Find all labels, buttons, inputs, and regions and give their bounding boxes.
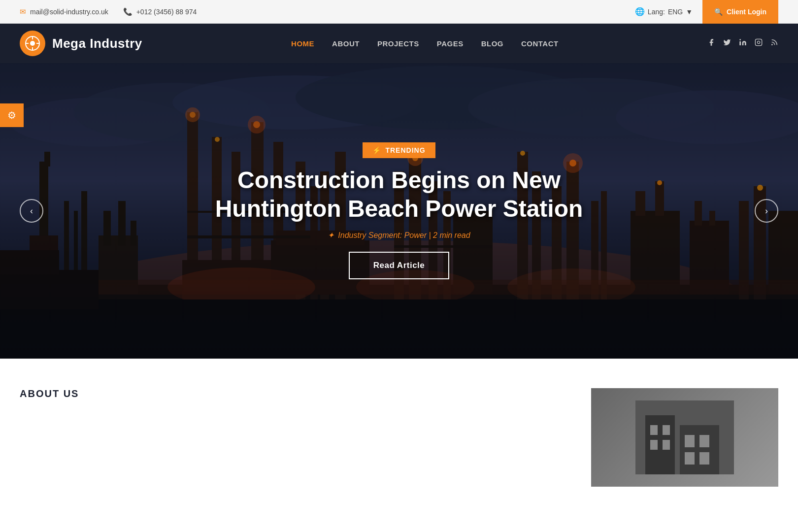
logo: Mega Industry xyxy=(20,31,142,56)
svg-rect-89 xyxy=(663,440,670,450)
top-bar-right: 🌐 Lang: ENG ▼ 🔍 Client Login xyxy=(635,0,778,24)
client-login-label: Client Login xyxy=(727,8,766,16)
phone-info: 📞 +012 (3456) 88 974 xyxy=(123,7,197,16)
svg-rect-84 xyxy=(645,415,675,474)
lang-label: Lang: xyxy=(648,8,665,16)
svg-rect-86 xyxy=(650,425,658,435)
hero-meta-text: Industry Segment: Power | 2 min read xyxy=(338,231,470,240)
logo-icon xyxy=(20,31,45,56)
svg-point-9 xyxy=(772,44,772,45)
top-bar: ✉ mail@solid-industry.co.uk 📞 +012 (3456… xyxy=(0,0,798,24)
chevron-right-icon: › xyxy=(765,206,768,216)
read-article-button[interactable]: Read Article xyxy=(349,252,450,279)
email-text: mail@solid-industry.co.uk xyxy=(30,8,108,16)
facebook-icon[interactable] xyxy=(707,38,715,48)
about-image xyxy=(591,388,778,487)
star-icon: ✦ xyxy=(328,231,334,240)
slider-next-button[interactable]: › xyxy=(755,199,778,223)
nav-contact[interactable]: CONTACT xyxy=(521,39,559,48)
svg-rect-7 xyxy=(755,39,762,45)
slider-prev-button[interactable]: ‹ xyxy=(20,199,43,223)
email-icon: ✉ xyxy=(20,7,26,16)
linkedin-icon[interactable] xyxy=(739,38,747,48)
svg-rect-90 xyxy=(685,435,695,447)
client-login-button[interactable]: 🔍 Client Login xyxy=(702,0,778,24)
svg-rect-91 xyxy=(699,435,709,447)
gear-icon: ⚙ xyxy=(7,109,16,121)
search-icon: 🔍 xyxy=(714,8,723,16)
nav-pages[interactable]: PAGES xyxy=(437,39,464,48)
main-nav: HOME ABOUT PROJECTS PAGES BLOG CONTACT xyxy=(291,39,559,48)
svg-rect-93 xyxy=(699,452,709,465)
trending-badge: ⚡ TRENDING xyxy=(363,142,435,158)
header: Mega Industry HOME ABOUT PROJECTS PAGES … xyxy=(0,24,798,63)
about-text: ABOUT US xyxy=(20,388,562,404)
svg-rect-92 xyxy=(685,452,695,465)
svg-point-1 xyxy=(30,41,35,46)
chevron-left-icon: ‹ xyxy=(30,206,33,216)
about-section: ABOUT US xyxy=(0,359,798,487)
about-label: ABOUT US xyxy=(20,388,562,399)
svg-rect-85 xyxy=(680,425,719,474)
settings-button[interactable]: ⚙ xyxy=(0,103,24,127)
social-icons xyxy=(707,38,778,48)
email-info: ✉ mail@solid-industry.co.uk xyxy=(20,7,108,16)
page-wrapper: ✉ mail@solid-industry.co.uk 📞 +012 (3456… xyxy=(0,0,798,487)
instagram-icon[interactable] xyxy=(755,38,763,48)
hero-title: Construction Begins on New Huntington Be… xyxy=(187,166,611,223)
read-article-label: Read Article xyxy=(373,261,425,270)
rss-icon[interactable] xyxy=(770,38,778,48)
lang-value: ENG xyxy=(668,8,683,16)
globe-icon: 🌐 xyxy=(635,7,645,16)
hero-meta: ✦ Industry Segment: Power | 2 min read xyxy=(328,231,470,240)
lang-selector[interactable]: 🌐 Lang: ENG ▼ xyxy=(635,7,693,16)
twitter-icon[interactable] xyxy=(723,38,731,48)
logo-text: Mega Industry xyxy=(52,36,142,51)
svg-rect-88 xyxy=(650,440,658,450)
svg-point-6 xyxy=(739,39,741,40)
phone-text: +012 (3456) 88 974 xyxy=(136,8,197,16)
trending-label: TRENDING xyxy=(385,146,425,154)
nav-projects[interactable]: PROJECTS xyxy=(377,39,419,48)
hero-content: ⚡ TRENDING Construction Begins on New Hu… xyxy=(0,63,798,359)
building-illustration xyxy=(635,400,734,474)
top-bar-left: ✉ mail@solid-industry.co.uk 📞 +012 (3456… xyxy=(20,7,197,16)
nav-blog[interactable]: BLOG xyxy=(481,39,503,48)
hero-section: ⚡ TRENDING Construction Begins on New Hu… xyxy=(0,63,798,359)
svg-rect-87 xyxy=(663,425,670,435)
lang-chevron-icon: ▼ xyxy=(686,8,693,16)
about-img-placeholder xyxy=(591,388,778,487)
bolt-icon: ⚡ xyxy=(372,146,381,154)
phone-icon: 📞 xyxy=(123,7,133,16)
nav-home[interactable]: HOME xyxy=(291,39,314,48)
nav-about[interactable]: ABOUT xyxy=(332,39,360,48)
